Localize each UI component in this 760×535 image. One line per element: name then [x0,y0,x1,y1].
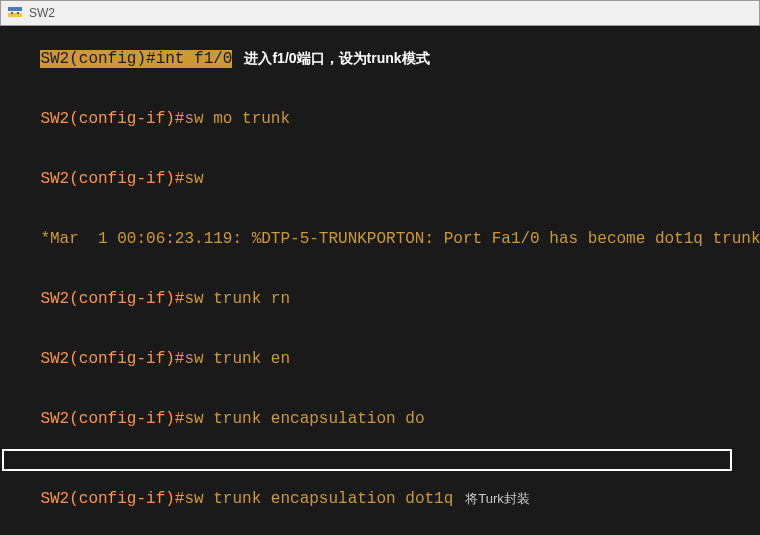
command: sw mo trunk [184,110,290,128]
window-titlebar[interactable]: SW2 [0,0,760,26]
command: sw [184,170,203,188]
svg-point-2 [11,12,13,14]
terminal-output[interactable]: SW2(config)#int f1/0进入f1/0端口，设为trunk模式 S… [0,26,760,535]
svg-rect-1 [8,13,22,17]
annotation-encapsulation: 将Turk封装 [465,491,530,506]
annotation-enter-port: 进入f1/0端口，设为trunk模式 [244,50,429,66]
command: sw trunk encapsulation dot1q [184,490,453,508]
command: int f1/0 [156,50,233,68]
prompt: SW2(config-if)# [40,410,184,428]
prompt: SW2(config-if)# [40,350,184,368]
prompt: SW2(config)# [40,50,155,68]
highlight-box-encapsulation [2,449,732,471]
prompt: SW2(config-if)# [40,290,184,308]
app-icon [7,5,23,21]
prompt: SW2(config-if)# [40,170,184,188]
command: sw trunk rn [184,290,290,308]
svg-point-3 [17,12,19,14]
window-title: SW2 [29,6,55,20]
command: sw trunk en [184,350,290,368]
svg-rect-0 [8,7,22,11]
prompt: SW2(config-if)# [40,110,184,128]
prompt: SW2(config-if)# [40,490,184,508]
log-message: *Mar 1 00:06:23.119: %DTP-5-TRUNKPORTON:… [40,230,760,248]
command: sw trunk encapsulation do [184,410,424,428]
